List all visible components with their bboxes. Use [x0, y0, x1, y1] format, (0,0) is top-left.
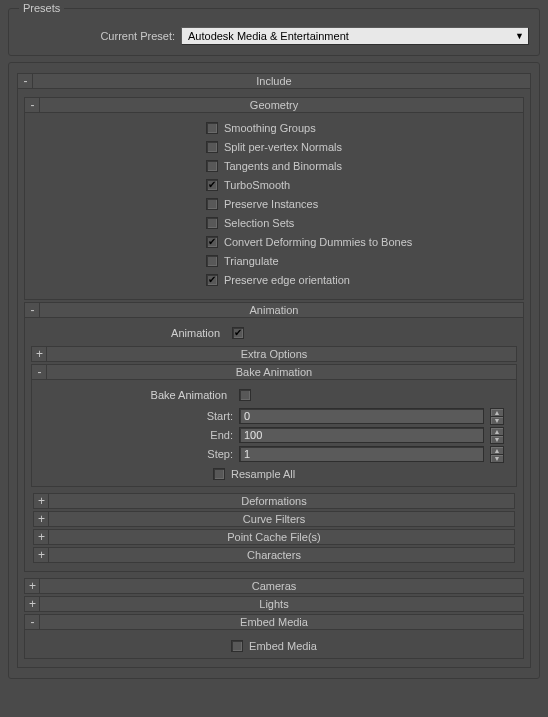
presets-group: Presets Current Preset: Autodesk Media &… — [8, 8, 540, 56]
rollout-geometry: - Geometry Smoothing GroupsSplit per-ver… — [24, 97, 524, 300]
expand-icon: + — [35, 530, 49, 544]
bake-animation-checkbox-label: Bake Animation — [38, 389, 233, 401]
geometry-checkbox-0[interactable] — [206, 122, 218, 134]
geometry-option-label: TurboSmooth — [224, 179, 290, 191]
characters-header[interactable]: + Characters — [33, 547, 515, 563]
geometry-option-row: Smoothing Groups — [31, 122, 517, 134]
current-preset-value: Autodesk Media & Entertainment — [188, 30, 349, 42]
geometry-option-row: Selection Sets — [31, 217, 517, 229]
embed-media-checkbox[interactable] — [231, 640, 243, 652]
lights-header[interactable]: + Lights — [24, 596, 524, 612]
expand-icon: + — [35, 548, 49, 562]
geometry-checkbox-2[interactable] — [206, 160, 218, 172]
geometry-option-label: Tangents and Binormals — [224, 160, 342, 172]
geometry-header[interactable]: - Geometry — [24, 97, 524, 113]
collapse-icon: - — [33, 365, 47, 379]
collapse-icon: - — [26, 303, 40, 317]
start-input[interactable]: 0 — [239, 408, 484, 424]
current-preset-label: Current Preset: — [15, 30, 175, 42]
embed-media-header[interactable]: - Embed Media — [24, 614, 524, 630]
start-label: Start: — [38, 410, 233, 422]
include-container: - Include - Geometry Smoothing GroupsSpl… — [8, 62, 540, 679]
bake-animation-header[interactable]: - Bake Animation — [31, 364, 517, 380]
end-input[interactable]: 100 — [239, 427, 484, 443]
resample-all-checkbox[interactable] — [213, 468, 225, 480]
resample-all-label: Resample All — [231, 468, 295, 480]
expand-icon: + — [33, 347, 47, 361]
geometry-checkbox-7[interactable] — [206, 255, 218, 267]
rollout-bake-animation: - Bake Animation Bake Animation Start: 0 — [31, 364, 517, 487]
rollout-animation: - Animation Animation + Extra Options — [24, 302, 524, 572]
collapse-icon: - — [19, 74, 33, 88]
spinner-up-icon: ▲ — [490, 408, 504, 416]
geometry-option-row: Triangulate — [31, 255, 517, 267]
step-input[interactable]: 1 — [239, 446, 484, 462]
extra-options-header[interactable]: + Extra Options — [31, 346, 517, 362]
start-spinner[interactable]: ▲▼ — [490, 408, 504, 424]
animation-checkbox[interactable] — [232, 327, 244, 339]
collapse-icon: - — [26, 98, 40, 112]
presets-label: Presets — [19, 2, 64, 14]
step-spinner[interactable]: ▲▼ — [490, 446, 504, 462]
point-cache-header[interactable]: + Point Cache File(s) — [33, 529, 515, 545]
spinner-up-icon: ▲ — [490, 446, 504, 454]
animation-header[interactable]: - Animation — [24, 302, 524, 318]
geometry-checkbox-4[interactable] — [206, 198, 218, 210]
deformations-header[interactable]: + Deformations — [33, 493, 515, 509]
geometry-option-label: Preserve Instances — [224, 198, 318, 210]
geometry-option-row: TurboSmooth — [31, 179, 517, 191]
geometry-option-label: Triangulate — [224, 255, 279, 267]
collapse-icon: - — [26, 615, 40, 629]
geometry-checkbox-5[interactable] — [206, 217, 218, 229]
expand-icon: + — [35, 512, 49, 526]
spinner-up-icon: ▲ — [490, 427, 504, 435]
end-spinner[interactable]: ▲▼ — [490, 427, 504, 443]
step-label: Step: — [38, 448, 233, 460]
rollout-deformations: + Deformations — [33, 493, 515, 509]
end-label: End: — [38, 429, 233, 441]
rollout-include: - Include - Geometry Smoothing GroupsSpl… — [17, 73, 531, 668]
spinner-down-icon: ▼ — [490, 435, 504, 444]
expand-icon: + — [35, 494, 49, 508]
spinner-down-icon: ▼ — [490, 416, 504, 425]
geometry-checkbox-1[interactable] — [206, 141, 218, 153]
geometry-option-row: Split per-vertex Normals — [31, 141, 517, 153]
rollout-characters: + Characters — [33, 547, 515, 563]
include-header[interactable]: - Include — [17, 73, 531, 89]
geometry-option-row: Preserve edge orientation — [31, 274, 517, 286]
rollout-embed-media: - Embed Media Embed Media — [24, 614, 524, 659]
chevron-down-icon: ▼ — [515, 31, 524, 41]
rollout-extra-options: + Extra Options — [31, 346, 517, 362]
embed-media-label: Embed Media — [249, 640, 317, 652]
geometry-option-label: Smoothing Groups — [224, 122, 316, 134]
bake-animation-checkbox[interactable] — [239, 389, 251, 401]
geometry-option-label: Preserve edge orientation — [224, 274, 350, 286]
geometry-body: Smoothing GroupsSplit per-vertex Normals… — [24, 113, 524, 300]
geometry-option-label: Selection Sets — [224, 217, 294, 229]
rollout-curve-filters: + Curve Filters — [33, 511, 515, 527]
expand-icon: + — [26, 579, 40, 593]
curve-filters-header[interactable]: + Curve Filters — [33, 511, 515, 527]
current-preset-dropdown[interactable]: Autodesk Media & Entertainment ▼ — [181, 27, 529, 45]
geometry-option-label: Split per-vertex Normals — [224, 141, 342, 153]
geometry-option-label: Convert Deforming Dummies to Bones — [224, 236, 412, 248]
geometry-option-row: Tangents and Binormals — [31, 160, 517, 172]
rollout-lights: + Lights — [24, 596, 524, 612]
geometry-checkbox-3[interactable] — [206, 179, 218, 191]
cameras-header[interactable]: + Cameras — [24, 578, 524, 594]
rollout-cameras: + Cameras — [24, 578, 524, 594]
rollout-point-cache: + Point Cache File(s) — [33, 529, 515, 545]
geometry-checkbox-6[interactable] — [206, 236, 218, 248]
animation-checkbox-label: Animation — [31, 327, 226, 339]
geometry-option-row: Convert Deforming Dummies to Bones — [31, 236, 517, 248]
expand-icon: + — [26, 597, 40, 611]
geometry-option-row: Preserve Instances — [31, 198, 517, 210]
geometry-checkbox-8[interactable] — [206, 274, 218, 286]
spinner-down-icon: ▼ — [490, 454, 504, 463]
